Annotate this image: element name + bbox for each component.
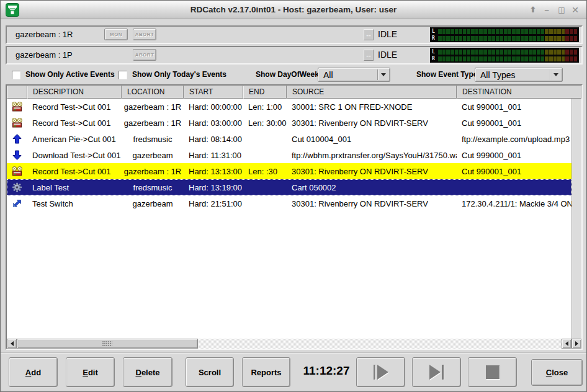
meter-led — [450, 36, 454, 41]
event-row[interactable]: American Pie->Cut 001fredsmusicHard: 08:… — [7, 131, 571, 147]
title-bar[interactable]: RDCatch v2.17.0int01 - Host: gazerbeam, … — [1, 1, 586, 19]
meter-led — [549, 36, 553, 41]
show-active-events-checkbox[interactable] — [12, 71, 20, 79]
meter-led — [537, 36, 540, 41]
meter-led — [562, 29, 565, 34]
delete-button[interactable]: Delete — [123, 357, 173, 387]
minimize-window-icon[interactable]: – — [540, 3, 553, 17]
horizontal-scrollbar[interactable] — [7, 339, 581, 349]
record-event-icon — [7, 118, 27, 128]
meter-led — [562, 50, 565, 55]
column-header[interactable]: DESCRIPTION — [27, 86, 122, 99]
cell-description: Record Test->Cut 001 — [27, 167, 122, 176]
event-row[interactable]: Record Test->Cut 001gazerbeam : 1RHard: … — [7, 163, 571, 179]
meter-led — [459, 36, 462, 41]
event-row[interactable]: Download Test->Cut 001gazerbeamHard: 11:… — [7, 147, 571, 163]
event-row[interactable]: Label TestfredsmusicHard: 13:19:00Cart 0… — [7, 179, 571, 195]
close-button[interactable]: Close — [531, 359, 583, 386]
meter-led — [524, 56, 528, 61]
meter-led — [471, 50, 475, 55]
meter-led — [438, 56, 442, 61]
event-row[interactable]: Record Test->Cut 001gazerbeam : 1RHard: … — [7, 115, 571, 131]
abort-button[interactable]: ABORT — [133, 49, 156, 61]
event-row[interactable]: Test SwitchgazerbeamHard: 21:51:0030301:… — [7, 195, 571, 212]
meter-led — [557, 50, 561, 55]
cell-location: gazerbeam — [122, 199, 184, 208]
monitor-button[interactable]: MON — [104, 29, 128, 40]
table-header: DESCRIPTIONLOCATIONSTARTENDSOURCEDESTINA… — [7, 86, 581, 99]
stop-button[interactable] — [468, 357, 517, 387]
event-list-viewport[interactable]: Record Test->Cut 001gazerbeam : 1RHard: … — [7, 99, 571, 339]
column-header[interactable]: SOURCE — [287, 86, 457, 99]
cell-destination: Cut 990001_001 — [457, 167, 571, 176]
column-header[interactable]: START — [184, 86, 243, 99]
meter-led — [483, 29, 487, 34]
deck-label: gazerbeam : 1P — [16, 50, 73, 60]
cell-location: fredsmusic — [122, 183, 184, 192]
event-type-select[interactable]: All Types — [475, 68, 563, 82]
show-dayofweek-label: Show DayOfWeek: — [256, 70, 321, 79]
cell-location: gazerbeam : 1R — [122, 118, 184, 128]
meter-led — [545, 36, 549, 41]
meter-led — [532, 36, 536, 41]
cell-source: 30301: Rivenberry ON RDVIRT-SERV — [287, 118, 457, 128]
play-to-end-icon — [428, 363, 446, 381]
edit-button[interactable]: Edit — [66, 357, 115, 387]
meter-led — [516, 36, 520, 41]
meter-led — [545, 29, 549, 34]
meter-channel-label: L — [432, 49, 438, 55]
scroll-button[interactable]: Scroll — [186, 357, 234, 387]
meter-led — [570, 56, 573, 61]
cell-description: Download Test->Cut 001 — [27, 151, 122, 160]
column-header[interactable]: LOCATION — [122, 86, 184, 99]
switch-event-icon — [7, 198, 27, 208]
chevron-down-icon[interactable] — [550, 69, 561, 80]
maximize-window-icon[interactable]: ◫ — [555, 3, 568, 17]
play-next-button[interactable] — [412, 357, 461, 387]
add-button[interactable]: Add — [9, 357, 58, 387]
play-icon — [372, 363, 390, 381]
meter-led — [549, 50, 553, 55]
current-time: 11:12:27 — [292, 364, 361, 378]
meter-led — [524, 29, 528, 34]
scroll-left-icon[interactable] — [562, 339, 571, 349]
chevron-down-icon[interactable] — [377, 69, 388, 80]
play-start-button[interactable] — [356, 357, 405, 387]
meter-led — [483, 50, 487, 55]
meter-led — [475, 36, 479, 41]
scroll-right-icon[interactable] — [571, 339, 581, 349]
macro-event-icon — [7, 182, 27, 192]
reports-button[interactable]: Reports — [242, 357, 290, 387]
meter-led — [488, 29, 491, 34]
meter-led — [446, 50, 450, 55]
abort-button[interactable]: ABORT — [133, 29, 156, 40]
meter-led — [475, 50, 479, 55]
meter-led — [450, 50, 454, 55]
shade-window-icon[interactable]: ⬆ — [527, 3, 539, 17]
meter-led — [521, 56, 524, 61]
upload-event-icon — [7, 134, 27, 144]
close-window-icon[interactable]: ✕ — [569, 3, 581, 17]
column-header[interactable]: DESTINATION — [457, 86, 581, 99]
meter-led — [529, 36, 532, 41]
meter-led — [463, 29, 467, 34]
event-row[interactable]: Record Test->Cut 001gazerbeam : 1RHard: … — [7, 99, 571, 115]
show-todays-events-checkbox[interactable] — [119, 71, 127, 79]
cell-end: Len: 1:00 — [243, 102, 287, 112]
meter-led — [479, 50, 483, 55]
scrollbar-thumb[interactable] — [17, 339, 198, 349]
event-type-value: All Types — [480, 70, 516, 80]
vertical-scrollbar[interactable] — [571, 99, 581, 339]
dayofweek-select[interactable]: All — [318, 68, 390, 82]
meter-led — [532, 56, 536, 61]
column-header[interactable] — [7, 86, 27, 99]
column-header[interactable]: END — [243, 86, 287, 99]
meter-led — [545, 50, 549, 55]
meter-led — [455, 29, 459, 34]
meter-led — [524, 36, 528, 41]
meter-led — [438, 50, 442, 55]
meter-led — [500, 29, 503, 34]
scroll-left-icon[interactable] — [7, 339, 17, 349]
meter-led — [467, 50, 470, 55]
meter-led — [483, 56, 487, 61]
